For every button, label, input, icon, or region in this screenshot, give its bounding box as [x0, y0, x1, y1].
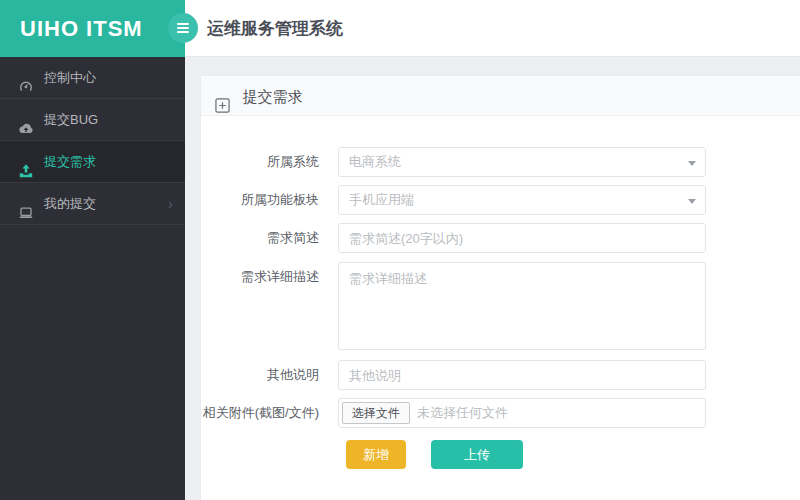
upload-icon: [18, 154, 34, 170]
module-select[interactable]: 手机应用端: [338, 185, 706, 215]
system-select[interactable]: 电商系统: [338, 147, 706, 177]
add-button[interactable]: 新增: [346, 440, 406, 469]
chevron-down-icon: [688, 161, 696, 166]
plus-square-icon: [215, 88, 230, 103]
attachment-file-input[interactable]: 选择文件 未选择任何文件: [338, 398, 706, 428]
chevron-right-icon: ›: [168, 183, 173, 225]
dashboard-icon: [18, 70, 34, 86]
other-notes-input[interactable]: [338, 360, 706, 390]
requirement-form: 所属系统 电商系统 所属功能板块 手机应用端 需求简述 需求详细描述 其他说明 …: [201, 116, 800, 500]
system-select-value: 电商系统: [349, 154, 401, 169]
upload-button[interactable]: 上传: [431, 440, 523, 469]
summary-input[interactable]: [338, 223, 706, 253]
submit-requirement-panel: 提交需求 所属系统 电商系统 所属功能板块 手机应用端 需求简述 需求详细描述 …: [200, 75, 800, 500]
sidebar-item-label: 控制中心: [44, 57, 96, 99]
description-textarea[interactable]: [338, 262, 706, 350]
system-label: 所属系统: [193, 147, 319, 177]
choose-file-button[interactable]: 选择文件: [342, 402, 410, 424]
other-notes-label: 其他说明: [193, 360, 319, 390]
sidebar-toggle-button[interactable]: [168, 13, 198, 43]
description-label: 需求详细描述: [193, 262, 319, 292]
attachment-label: 相关附件(截图/文件): [193, 398, 319, 428]
page-title: 运维服务管理系统: [207, 0, 343, 57]
app-header: UIHO ITSM 运维服务管理系统: [0, 0, 800, 57]
sidebar-item-label: 提交BUG: [44, 99, 98, 141]
main-content: 提交需求 所属系统 电商系统 所属功能板块 手机应用端 需求简述 需求详细描述 …: [185, 57, 800, 500]
file-status-text: 未选择任何文件: [417, 399, 508, 427]
app-logo: UIHO ITSM: [0, 0, 185, 57]
sidebar-item-submit-requirement[interactable]: 提交需求: [0, 141, 185, 183]
module-label: 所属功能板块: [193, 185, 319, 215]
panel-title: 提交需求: [242, 77, 302, 117]
sidebar-item-label: 提交需求: [44, 141, 96, 183]
chevron-down-icon: [688, 199, 696, 204]
cloud-upload-icon: [18, 112, 34, 128]
sidebar-nav: 控制中心 提交BUG 提交需求 我的提交 ›: [0, 57, 185, 500]
sidebar-item-control-center[interactable]: 控制中心: [0, 57, 185, 99]
sidebar-item-submit-bug[interactable]: 提交BUG: [0, 99, 185, 141]
hamburger-icon: [177, 23, 189, 35]
sidebar-item-label: 我的提交: [44, 183, 96, 225]
module-select-value: 手机应用端: [349, 192, 414, 207]
panel-header: 提交需求: [201, 76, 800, 116]
laptop-icon: [18, 196, 34, 212]
summary-label: 需求简述: [193, 223, 319, 253]
sidebar-item-my-submissions[interactable]: 我的提交 ›: [0, 183, 185, 225]
